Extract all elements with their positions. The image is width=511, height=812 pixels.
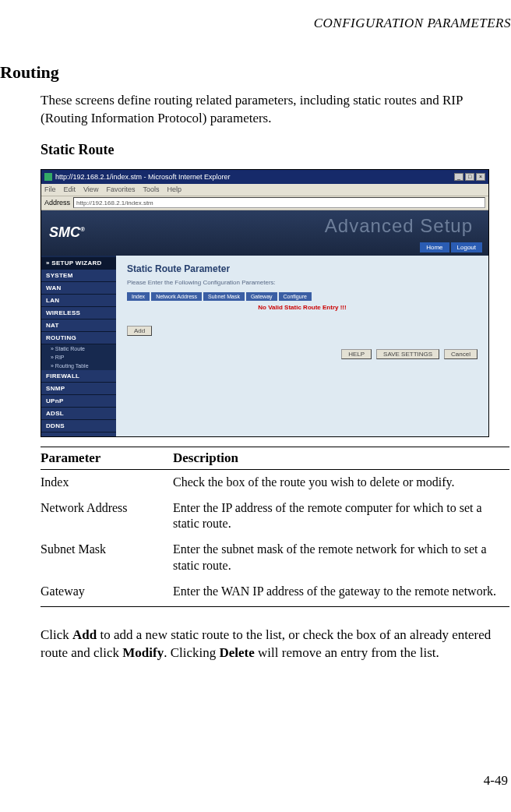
sidebar-setup-wizard[interactable]: » SETUP WIZARD: [41, 257, 116, 270]
running-header-text: CONFIGURATION PARAMETERS: [314, 16, 511, 30]
panel-title: Static Route Parameter: [127, 263, 478, 274]
menu-file[interactable]: File: [44, 185, 56, 193]
param-desc: Enter the WAN IP address of the gateway …: [173, 579, 509, 606]
main-panel: Static Route Parameter Please Enter the …: [116, 256, 488, 436]
logout-link[interactable]: Logout: [451, 242, 482, 252]
param-desc: Enter the subnet mask of the remote netw…: [173, 537, 509, 579]
table-row: Subnet Mask Enter the subnet mask of the…: [41, 537, 509, 579]
th-description: Description: [173, 447, 509, 469]
param-desc: Enter the IP address of the remote compu…: [173, 496, 509, 538]
sidebar-item-adsl[interactable]: ADSL: [41, 408, 116, 420]
address-input[interactable]: http://192.168.2.1/index.stm: [73, 197, 485, 208]
address-bar: Address http://192.168.2.1/index.stm: [41, 196, 488, 210]
cancel-button[interactable]: Cancel: [444, 349, 478, 359]
menu-help[interactable]: Help: [167, 185, 181, 193]
intro-paragraph: These screens define routing related par…: [41, 92, 511, 128]
running-header: CONFIGURATION PARAMETERS: [0, 16, 511, 31]
column-headers: Index Network Address Subnet Mask Gatewa…: [127, 292, 478, 301]
text-fragment: . Clicking: [164, 645, 219, 660]
minimize-button[interactable]: _: [454, 173, 463, 181]
window-buttons: _ □ ×: [454, 173, 485, 181]
th-parameter: Parameter: [41, 447, 173, 469]
bold-delete: Delete: [219, 645, 254, 660]
text-fragment: will remove an entry from the list.: [255, 645, 439, 660]
col-gateway: Gateway: [246, 292, 277, 301]
menu-favorites[interactable]: Favorites: [106, 185, 135, 193]
browser-menubar: File Edit View Favorites Tools Help: [41, 184, 488, 196]
ie-icon: [44, 173, 52, 181]
sidebar-item-system[interactable]: SYSTEM: [41, 270, 116, 282]
param-name: Subnet Mask: [41, 537, 173, 579]
address-label: Address: [44, 199, 70, 207]
maximize-button[interactable]: □: [465, 173, 474, 181]
table-row: Network Address Enter the IP address of …: [41, 496, 509, 538]
sidebar-item-tools[interactable]: TOOLS: [41, 432, 116, 437]
param-desc: Check the box of the route you wish to d…: [173, 469, 509, 495]
sidebar-item-nat[interactable]: NAT: [41, 320, 116, 332]
col-configure: Configure: [279, 292, 312, 301]
sidebar-item-lan[interactable]: LAN: [41, 295, 116, 307]
sidebar-item-routing[interactable]: ROUTING: [41, 332, 116, 344]
table-row: Gateway Enter the WAN IP address of the …: [41, 579, 509, 606]
address-value: http://192.168.2.1/index.stm: [76, 199, 153, 207]
app-banner: SMC® Advanced Setup Home Logout: [41, 210, 488, 256]
sidebar-item-firewall[interactable]: FIREWALL: [41, 370, 116, 383]
help-button[interactable]: HELP: [341, 349, 372, 359]
sidebar-sub-routing-table[interactable]: » Routing Table: [41, 362, 116, 370]
closing-paragraph: Click Add to add a new static route to t…: [41, 626, 509, 663]
param-name: Index: [41, 469, 173, 495]
parameters-table: Parameter Description Index Check the bo…: [41, 447, 509, 607]
menu-view[interactable]: View: [83, 185, 98, 193]
app-screenshot: http://192.168.2.1/index.stm - Microsoft…: [41, 169, 489, 437]
panel-subtitle: Please Enter the Following Configuration…: [127, 279, 478, 286]
bold-modify: Modify: [122, 645, 164, 660]
sidebar-item-snmp[interactable]: SNMP: [41, 383, 116, 395]
sidebar: » SETUP WIZARD SYSTEM WAN LAN WIRELESS N…: [41, 256, 116, 436]
param-name: Gateway: [41, 579, 173, 606]
sidebar-item-wan[interactable]: WAN: [41, 282, 116, 295]
banner-title: Advanced Setup: [325, 215, 473, 237]
sidebar-sub-static-route[interactable]: » Static Route: [41, 344, 116, 353]
menu-edit[interactable]: Edit: [64, 185, 76, 193]
page-number: 4-49: [484, 773, 508, 789]
add-button[interactable]: Add: [127, 326, 152, 336]
text-fragment: Click: [41, 627, 72, 642]
home-link[interactable]: Home: [420, 242, 449, 252]
window-title: http://192.168.2.1/index.stm - Microsoft…: [55, 173, 231, 181]
window-titlebar: http://192.168.2.1/index.stm - Microsoft…: [41, 170, 488, 184]
subsection-heading-static-route: Static Route: [41, 142, 511, 158]
col-subnet-mask: Subnet Mask: [203, 292, 245, 301]
smc-logo: SMC®: [49, 224, 85, 241]
no-entry-message: No Valid Static Route Entry !!!: [127, 304, 478, 311]
save-settings-button[interactable]: SAVE SETTINGS: [376, 349, 439, 359]
logo-text: SMC: [49, 224, 80, 240]
sidebar-item-upnp[interactable]: UPnP: [41, 395, 116, 408]
sidebar-item-ddns[interactable]: DDNS: [41, 420, 116, 432]
sidebar-item-wireless[interactable]: WIRELESS: [41, 307, 116, 320]
sidebar-sub-rip[interactable]: » RIP: [41, 353, 116, 362]
table-row: Index Check the box of the route you wis…: [41, 469, 509, 495]
col-index: Index: [127, 292, 150, 301]
col-network-address: Network Address: [151, 292, 202, 301]
menu-tools[interactable]: Tools: [143, 185, 159, 193]
header-actions: Home Logout: [420, 242, 482, 252]
bold-add: Add: [72, 627, 97, 642]
action-buttons: HELP SAVE SETTINGS Cancel: [341, 349, 478, 359]
close-button[interactable]: ×: [476, 173, 485, 181]
section-heading-routing: Routing: [0, 62, 511, 83]
param-name: Network Address: [41, 496, 173, 538]
